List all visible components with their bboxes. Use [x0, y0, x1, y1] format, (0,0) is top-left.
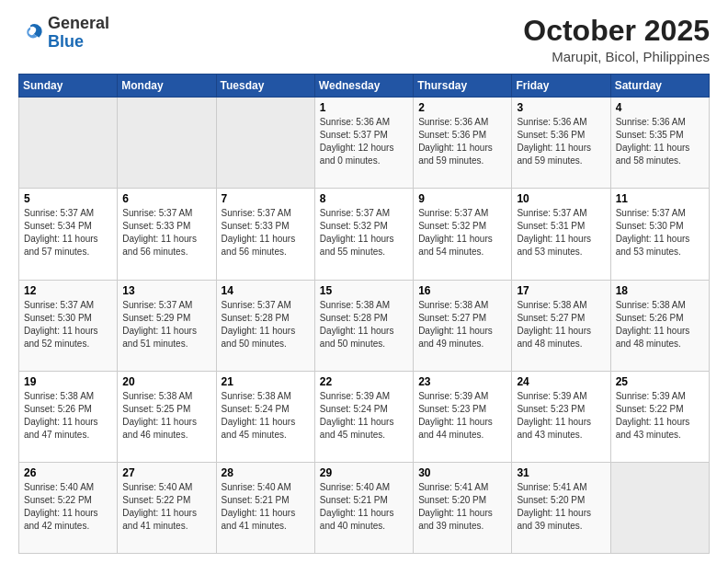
cell-info: Sunrise: 5:41 AM Sunset: 5:20 PM Dayligh…: [418, 481, 506, 533]
cell-date: 12: [24, 284, 112, 297]
calendar-cell: 2Sunrise: 5:36 AM Sunset: 5:36 PM Daylig…: [414, 98, 512, 189]
weekday-wednesday: Wednesday: [314, 75, 413, 98]
cell-date: 17: [517, 284, 605, 297]
calendar-cell: 7Sunrise: 5:37 AM Sunset: 5:33 PM Daylig…: [216, 189, 314, 280]
calendar-cell: 27Sunrise: 5:40 AM Sunset: 5:22 PM Dayli…: [118, 462, 216, 553]
cell-date: 3: [517, 101, 605, 114]
calendar-cell: 29Sunrise: 5:40 AM Sunset: 5:21 PM Dayli…: [314, 462, 413, 553]
calendar-cell: [19, 98, 118, 189]
cell-info: Sunrise: 5:38 AM Sunset: 5:28 PM Dayligh…: [320, 299, 408, 350]
cell-date: 21: [222, 375, 310, 388]
cell-info: Sunrise: 5:37 AM Sunset: 5:31 PM Dayligh…: [517, 207, 605, 259]
calendar-table: SundayMondayTuesdayWednesdayThursdayFrid…: [18, 74, 710, 554]
calendar-subtitle: Marupit, Bicol, Philippines: [523, 49, 710, 64]
cell-info: Sunrise: 5:38 AM Sunset: 5:26 PM Dayligh…: [24, 390, 112, 442]
week-row-2: 5Sunrise: 5:37 AM Sunset: 5:34 PM Daylig…: [19, 189, 710, 280]
cell-date: 26: [24, 466, 112, 479]
cell-date: 10: [517, 192, 605, 205]
calendar-cell: 25Sunrise: 5:39 AM Sunset: 5:22 PM Dayli…: [610, 371, 709, 462]
cell-info: Sunrise: 5:40 AM Sunset: 5:21 PM Dayligh…: [320, 481, 408, 533]
calendar-cell: 26Sunrise: 5:40 AM Sunset: 5:22 PM Dayli…: [19, 462, 118, 553]
cell-date: 4: [616, 101, 704, 114]
cell-info: Sunrise: 5:38 AM Sunset: 5:27 PM Dayligh…: [517, 299, 605, 350]
cell-date: 28: [222, 466, 310, 479]
cell-info: Sunrise: 5:39 AM Sunset: 5:24 PM Dayligh…: [320, 390, 408, 442]
cell-info: Sunrise: 5:36 AM Sunset: 5:37 PM Dayligh…: [320, 116, 408, 167]
cell-date: 29: [320, 466, 408, 479]
cell-info: Sunrise: 5:37 AM Sunset: 5:34 PM Dayligh…: [24, 207, 112, 259]
cell-info: Sunrise: 5:40 AM Sunset: 5:22 PM Dayligh…: [24, 481, 112, 533]
cell-date: 14: [222, 284, 310, 297]
week-row-5: 26Sunrise: 5:40 AM Sunset: 5:22 PM Dayli…: [19, 462, 710, 553]
weekday-tuesday: Tuesday: [216, 75, 314, 98]
cell-date: 22: [320, 375, 408, 388]
calendar-cell: 18Sunrise: 5:38 AM Sunset: 5:26 PM Dayli…: [610, 280, 709, 371]
calendar-cell: 12Sunrise: 5:37 AM Sunset: 5:30 PM Dayli…: [19, 280, 118, 371]
page: General Blue October 2025 Marupit, Bicol…: [0, 0, 728, 563]
weekday-friday: Friday: [512, 75, 610, 98]
calendar-cell: 24Sunrise: 5:39 AM Sunset: 5:23 PM Dayli…: [512, 371, 610, 462]
calendar-cell: [610, 462, 709, 553]
cell-info: Sunrise: 5:39 AM Sunset: 5:22 PM Dayligh…: [616, 390, 704, 442]
calendar-cell: 4Sunrise: 5:36 AM Sunset: 5:35 PM Daylig…: [610, 98, 709, 189]
cell-info: Sunrise: 5:37 AM Sunset: 5:30 PM Dayligh…: [616, 207, 704, 259]
cell-info: Sunrise: 5:41 AM Sunset: 5:20 PM Dayligh…: [517, 481, 605, 533]
calendar-cell: 28Sunrise: 5:40 AM Sunset: 5:21 PM Dayli…: [216, 462, 314, 553]
weekday-saturday: Saturday: [610, 75, 709, 98]
cell-date: 1: [320, 101, 408, 114]
calendar-cell: 5Sunrise: 5:37 AM Sunset: 5:34 PM Daylig…: [19, 189, 118, 280]
week-row-1: 1Sunrise: 5:36 AM Sunset: 5:37 PM Daylig…: [19, 98, 710, 189]
calendar-cell: 6Sunrise: 5:37 AM Sunset: 5:33 PM Daylig…: [118, 189, 216, 280]
cell-date: 2: [418, 101, 506, 114]
cell-date: 30: [418, 466, 506, 479]
cell-date: 18: [616, 284, 704, 297]
cell-info: Sunrise: 5:37 AM Sunset: 5:33 PM Dayligh…: [222, 207, 310, 259]
calendar-cell: 21Sunrise: 5:38 AM Sunset: 5:24 PM Dayli…: [216, 371, 314, 462]
cell-date: 31: [517, 466, 605, 479]
cell-date: 20: [122, 375, 210, 388]
cell-date: 7: [222, 192, 310, 205]
calendar-cell: 23Sunrise: 5:39 AM Sunset: 5:23 PM Dayli…: [414, 371, 512, 462]
cell-date: 25: [616, 375, 704, 388]
cell-info: Sunrise: 5:38 AM Sunset: 5:27 PM Dayligh…: [418, 299, 506, 350]
calendar-cell: 16Sunrise: 5:38 AM Sunset: 5:27 PM Dayli…: [414, 280, 512, 371]
weekday-sunday: Sunday: [19, 75, 118, 98]
cell-info: Sunrise: 5:40 AM Sunset: 5:21 PM Dayligh…: [222, 481, 310, 533]
cell-date: 24: [517, 375, 605, 388]
calendar-title: October 2025: [523, 15, 710, 47]
calendar-cell: 17Sunrise: 5:38 AM Sunset: 5:27 PM Dayli…: [512, 280, 610, 371]
cell-date: 16: [418, 284, 506, 297]
calendar-cell: 11Sunrise: 5:37 AM Sunset: 5:30 PM Dayli…: [610, 189, 709, 280]
calendar-cell: 20Sunrise: 5:38 AM Sunset: 5:25 PM Dayli…: [118, 371, 216, 462]
header: General Blue October 2025 Marupit, Bicol…: [18, 15, 710, 64]
cell-info: Sunrise: 5:37 AM Sunset: 5:28 PM Dayligh…: [222, 299, 310, 350]
calendar-cell: [216, 98, 314, 189]
cell-info: Sunrise: 5:37 AM Sunset: 5:33 PM Dayligh…: [122, 207, 210, 259]
cell-info: Sunrise: 5:36 AM Sunset: 5:36 PM Dayligh…: [517, 116, 605, 167]
calendar-cell: 10Sunrise: 5:37 AM Sunset: 5:31 PM Dayli…: [512, 189, 610, 280]
cell-date: 8: [320, 192, 408, 205]
calendar-cell: 14Sunrise: 5:37 AM Sunset: 5:28 PM Dayli…: [216, 280, 314, 371]
cell-info: Sunrise: 5:38 AM Sunset: 5:24 PM Dayligh…: [222, 390, 310, 442]
weekday-header-row: SundayMondayTuesdayWednesdayThursdayFrid…: [19, 75, 710, 98]
cell-date: 23: [418, 375, 506, 388]
cell-info: Sunrise: 5:40 AM Sunset: 5:22 PM Dayligh…: [122, 481, 210, 533]
cell-info: Sunrise: 5:39 AM Sunset: 5:23 PM Dayligh…: [418, 390, 506, 442]
cell-info: Sunrise: 5:39 AM Sunset: 5:23 PM Dayligh…: [517, 390, 605, 442]
week-row-3: 12Sunrise: 5:37 AM Sunset: 5:30 PM Dayli…: [19, 280, 710, 371]
calendar-cell: 9Sunrise: 5:37 AM Sunset: 5:32 PM Daylig…: [414, 189, 512, 280]
cell-date: 11: [616, 192, 704, 205]
calendar-cell: 19Sunrise: 5:38 AM Sunset: 5:26 PM Dayli…: [19, 371, 118, 462]
cell-date: 6: [122, 192, 210, 205]
cell-date: 13: [122, 284, 210, 297]
week-row-4: 19Sunrise: 5:38 AM Sunset: 5:26 PM Dayli…: [19, 371, 710, 462]
logo-text: General Blue: [48, 15, 109, 52]
cell-info: Sunrise: 5:37 AM Sunset: 5:29 PM Dayligh…: [122, 299, 210, 350]
cell-date: 15: [320, 284, 408, 297]
calendar-cell: [118, 98, 216, 189]
calendar-cell: 15Sunrise: 5:38 AM Sunset: 5:28 PM Dayli…: [314, 280, 413, 371]
calendar-cell: 1Sunrise: 5:36 AM Sunset: 5:37 PM Daylig…: [314, 98, 413, 189]
calendar-cell: 30Sunrise: 5:41 AM Sunset: 5:20 PM Dayli…: [414, 462, 512, 553]
cell-info: Sunrise: 5:36 AM Sunset: 5:35 PM Dayligh…: [616, 116, 704, 167]
logo: General Blue: [18, 15, 109, 52]
